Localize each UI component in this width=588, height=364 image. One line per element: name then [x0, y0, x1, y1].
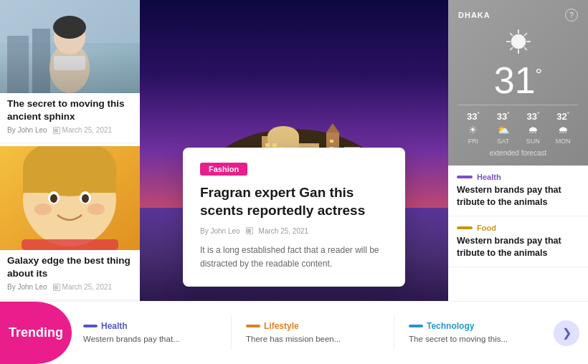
extended-forecast-link[interactable]: extended forecast: [458, 149, 578, 157]
left-card-2[interactable]: Galaxy edge the best thing about its By …: [0, 146, 140, 300]
weather-info-icon[interactable]: ?: [565, 9, 578, 21]
floating-card-title: Fragran expert Gan this scents reportedl…: [200, 184, 388, 219]
health-category-bar: [457, 176, 473, 178]
news-1-headline: Western brands pay that tribute to the a…: [457, 184, 579, 209]
svg-line-49: [510, 34, 512, 36]
news-2-headline: Western brands pay that tribute to the a…: [457, 235, 579, 259]
food-category-bar: [457, 226, 473, 229]
svg-rect-2: [7, 36, 29, 93]
svg-point-16: [34, 203, 52, 215]
calendar-icon-3: ▦: [246, 227, 253, 234]
svg-point-6: [53, 16, 86, 39]
card-2-title: Galaxy edge the best thing about its: [7, 254, 133, 279]
forecast-fri-label: FRI: [458, 138, 488, 145]
weather-city: DHAKA: [458, 11, 490, 19]
trending-items: Health Western brands pay that... Lifest…: [72, 302, 554, 364]
weather-temperature: 31°: [458, 62, 578, 99]
svg-point-44: [511, 34, 526, 49]
trending-cat-1: Health: [83, 321, 217, 331]
forecast-sat-label: SAT: [488, 138, 518, 145]
svg-rect-11: [23, 168, 116, 193]
lifestyle-trending-label: Lifestyle: [264, 321, 299, 331]
right-news-2[interactable]: Food Western brands pay that tribute to …: [448, 216, 588, 267]
calendar-icon-2: ▦: [53, 284, 60, 291]
technology-trending-label: Technology: [427, 321, 474, 331]
forecast-sat-icon: ⛅: [488, 124, 518, 135]
trending-text-2: There has mission been...: [246, 334, 379, 345]
card-1-title: The secret to moving this ancient sphinx: [7, 97, 133, 123]
right-column: DHAKA ? 31°: [448, 0, 588, 301]
forecast-sun: 33° 🌧 SUN: [518, 111, 549, 145]
weather-header: DHAKA ?: [458, 9, 578, 21]
trending-divider-1: [231, 316, 232, 350]
svg-point-4: [49, 43, 90, 93]
forecast-mon-temp: 32°: [548, 111, 578, 122]
left-card-1[interactable]: The secret to moving this ancient sphinx…: [0, 0, 140, 143]
card-1-author: By John Leo: [7, 126, 47, 134]
svg-line-51: [524, 34, 526, 36]
trending-text-1: Western brands pay that...: [83, 334, 217, 345]
svg-point-14: [50, 194, 57, 203]
trending-next-button[interactable]: ❯: [554, 320, 579, 346]
card-2-author: By John Leo: [7, 283, 47, 291]
left-column: The secret to moving this ancient sphinx…: [0, 0, 140, 301]
svg-rect-3: [32, 29, 50, 93]
forecast-sun-label: SUN: [518, 138, 549, 145]
card-2-date: ▦ March 25, 2021: [53, 283, 113, 291]
main-layout: The secret to moving this ancient sphinx…: [0, 0, 588, 301]
food-category-label: Food: [477, 224, 496, 232]
svg-rect-7: [54, 56, 85, 70]
card-1-image: [0, 0, 140, 93]
card-2-image: [0, 146, 140, 250]
chevron-right-icon: ❯: [562, 326, 572, 340]
forecast-fri: 33° ☀ FRI: [458, 111, 488, 145]
svg-point-15: [82, 194, 89, 203]
center-column: Fashion Fragran expert Gan this scents r…: [140, 0, 448, 301]
svg-rect-39: [272, 143, 277, 147]
trending-bar: Trending Health Western brands pay that.…: [0, 301, 588, 364]
news-1-category: Health: [457, 173, 579, 181]
right-news-1[interactable]: Health Western brands pay that tribute t…: [448, 166, 588, 216]
health-trending-label: Health: [101, 321, 128, 331]
fashion-badge: Fashion: [200, 163, 247, 176]
health-category-label: Health: [477, 173, 501, 181]
card-1-text: The secret to moving this ancient sphinx…: [0, 93, 140, 137]
trending-cat-3: Technology: [409, 321, 542, 331]
floating-card-desc: It is a long established fact that a rea…: [200, 244, 388, 271]
floating-author: By John Leo: [200, 227, 240, 235]
trending-item-3[interactable]: Technology The secret to moving this...: [409, 321, 542, 345]
svg-point-17: [87, 203, 105, 215]
svg-rect-18: [22, 239, 118, 250]
floating-article-card[interactable]: Fashion Fragran expert Gan this scents r…: [183, 148, 405, 287]
forecast-sun-icon: 🌧: [518, 124, 549, 135]
svg-line-50: [524, 48, 526, 50]
trending-cat-2: Lifestyle: [246, 321, 379, 331]
health-trending-bar: [83, 325, 98, 327]
forecast-mon-label: MON: [548, 138, 578, 145]
news-2-category: Food: [457, 224, 579, 232]
trending-divider-2: [394, 316, 394, 350]
forecast-mon-icon: 🌧: [548, 124, 578, 135]
card-2-meta: By John Leo ▦ March 25, 2021: [7, 283, 133, 291]
forecast-sun-temp: 33°: [518, 111, 549, 122]
trending-label: Trending: [9, 325, 63, 340]
forecast-mon: 32° 🌧 MON: [548, 111, 578, 145]
forecast-fri-temp: 33°: [458, 111, 488, 122]
trending-text-3: The secret to moving this...: [409, 334, 542, 345]
forecast-sat: 33° ⛅ SAT: [488, 111, 518, 145]
card-1-meta: By John Leo ▦ March 25, 2021: [7, 126, 133, 134]
trending-label-box: Trending: [0, 302, 72, 364]
floating-date: March 25, 2021: [259, 227, 309, 235]
card-2-text: Galaxy edge the best thing about its By …: [0, 250, 140, 294]
svg-rect-41: [330, 140, 333, 143]
svg-rect-38: [265, 143, 270, 147]
trending-item-1[interactable]: Health Western brands pay that...: [83, 321, 217, 345]
weather-sun-icon: [458, 27, 578, 59]
weather-unit: °: [536, 64, 543, 84]
trending-item-2[interactable]: Lifestyle There has mission been...: [246, 321, 379, 345]
calendar-icon-1: ▦: [53, 127, 60, 134]
card-1-date: ▦ March 25, 2021: [53, 126, 113, 134]
forecast-sat-temp: 33°: [488, 111, 518, 122]
forecast-fri-icon: ☀: [458, 124, 488, 135]
technology-trending-bar: [409, 325, 423, 327]
